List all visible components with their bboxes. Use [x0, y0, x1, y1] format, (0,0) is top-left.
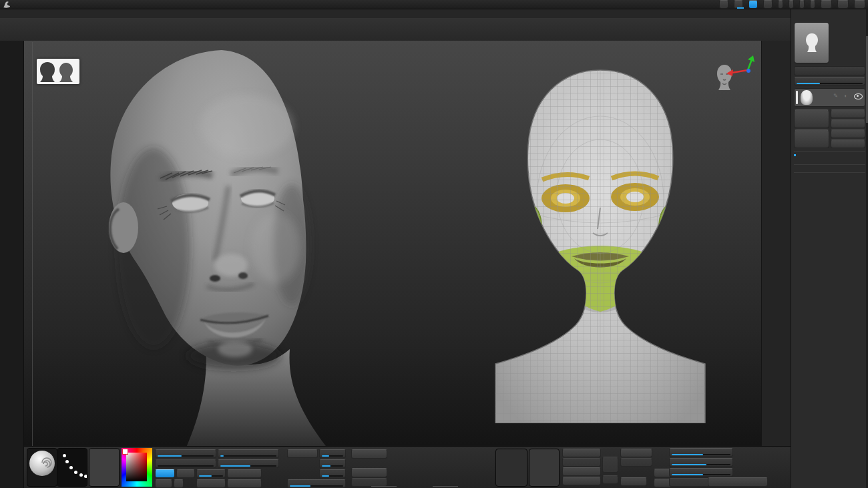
zadd-toggle[interactable]	[155, 469, 175, 478]
del-all-button[interactable]	[831, 140, 865, 148]
z-intensity-slider[interactable]	[155, 449, 216, 458]
projectall-button[interactable]	[287, 449, 318, 458]
export-small-button[interactable]	[602, 475, 618, 484]
tool-thumbnails	[794, 22, 865, 63]
current-color-swatch[interactable]	[122, 449, 128, 455]
left-toolbar	[0, 41, 24, 488]
alpha-off-swatch	[89, 449, 119, 486]
default-zscript-button[interactable]	[763, 0, 773, 9]
bottom-shelf	[24, 446, 791, 488]
tray-left-button[interactable]	[620, 477, 647, 486]
project-section-header[interactable]	[794, 151, 865, 159]
projection-shell-slider[interactable]	[287, 479, 346, 488]
backfacemask-toggle[interactable]	[351, 468, 387, 477]
clear-scene-button[interactable]	[620, 449, 652, 457]
inflate-slider[interactable]	[669, 448, 733, 457]
axis-gizmo[interactable]	[725, 55, 756, 82]
delete-group	[794, 130, 865, 148]
document-edge	[32, 42, 33, 446]
delete-button[interactable]	[794, 130, 829, 148]
document-canvas[interactable]	[24, 41, 761, 446]
brush-grid-scrollbar[interactable]	[371, 485, 458, 488]
top-shelf	[0, 18, 791, 41]
right-tray-toggle-icon[interactable]	[789, 0, 794, 9]
focal-shift-slider[interactable]	[218, 459, 279, 468]
smooth-slider[interactable]	[669, 468, 733, 477]
recent-tools-grid	[831, 22, 865, 63]
alpha-thumbnail[interactable]	[89, 448, 120, 487]
scene-column	[620, 449, 652, 486]
pa-blur-slider[interactable]	[319, 469, 346, 478]
inflate-balloon-slider[interactable]	[669, 458, 733, 467]
imbed-slider[interactable]	[196, 469, 226, 478]
wireframe-head-model[interactable]	[457, 59, 744, 423]
stroke-dots-icon	[57, 449, 87, 486]
close-button[interactable]	[854, 0, 865, 9]
insert-button[interactable]	[831, 119, 865, 128]
texture-on-button[interactable]	[620, 458, 652, 467]
zbrush-window: ✎ ◐	[0, 0, 868, 488]
setup-model-side-button[interactable]	[708, 477, 768, 487]
viewmask-button[interactable]	[196, 479, 226, 488]
selected-indicator	[796, 91, 798, 104]
brush-swirl-icon	[27, 449, 57, 478]
material-strip	[761, 41, 791, 488]
head-tool-icon	[804, 33, 820, 53]
subtool-section-header[interactable]	[794, 66, 865, 75]
quicksave-button[interactable]	[719, 0, 728, 9]
texture-export-button[interactable]	[562, 467, 601, 476]
restore-button[interactable]	[837, 0, 849, 9]
title-bar	[0, 0, 868, 9]
texture-preview-thumbnail[interactable]	[529, 449, 560, 487]
visible-count-slider[interactable]	[794, 77, 865, 85]
sculpt-head-model[interactable]	[33, 41, 407, 446]
del-other-button[interactable]	[831, 130, 865, 138]
dist-slider[interactable]	[319, 449, 346, 458]
zbrush-logo-icon	[3, 1, 11, 9]
texture-thumbnail[interactable]	[495, 449, 527, 487]
rgb-intensity-slider[interactable]	[155, 459, 216, 468]
flip-column	[602, 449, 618, 484]
duplicate-group	[794, 109, 865, 128]
edit-hand-icon[interactable]	[810, 0, 815, 9]
masking-toggles	[351, 449, 387, 487]
append-button[interactable]	[831, 109, 865, 118]
active-tool-thumbnail[interactable]	[794, 22, 829, 63]
zsub-toggle[interactable]	[176, 469, 195, 478]
clear-button[interactable]	[227, 479, 262, 488]
geometry-section-header[interactable]	[794, 164, 865, 172]
array-mesh-section-header[interactable]	[794, 172, 865, 180]
flip-v-icon[interactable]	[602, 457, 618, 473]
duplicate-button[interactable]	[794, 109, 829, 128]
textureraw-button[interactable]	[562, 449, 601, 457]
tool-palette: ✎ ◐	[791, 9, 868, 488]
tool-palette-header[interactable]	[794, 9, 865, 19]
shade-icon[interactable]: ◐	[844, 93, 847, 99]
subtool-thumbnail	[801, 90, 813, 105]
saturation-value-area[interactable]	[126, 453, 147, 481]
texture-import-button[interactable]	[562, 477, 601, 485]
left-tray-toggle-icon[interactable]	[778, 0, 783, 9]
m-toggle[interactable]	[174, 479, 184, 488]
project-shelf-group	[287, 449, 347, 488]
draw-size-slider[interactable]	[218, 449, 279, 458]
subtool-row-active[interactable]: ✎ ◐	[794, 88, 865, 107]
minimize-button[interactable]	[821, 0, 832, 9]
stroke-thumbnail[interactable]	[57, 448, 87, 487]
color-picker[interactable]	[122, 448, 152, 487]
rgb-toggle[interactable]	[155, 479, 172, 488]
paint-icon[interactable]: ✎	[833, 93, 838, 99]
topological-toggle[interactable]	[351, 449, 387, 459]
see-through-slider[interactable]	[734, 0, 743, 9]
reference-thumbnail[interactable]	[37, 59, 79, 84]
reference-heads-icon	[37, 59, 79, 84]
menus-toggle[interactable]	[748, 0, 758, 9]
inverse-button[interactable]	[227, 469, 262, 478]
menu-bar	[0, 9, 796, 19]
project-to-active-button[interactable]	[669, 478, 712, 487]
mean-slider[interactable]	[319, 459, 346, 468]
clone-texture-button[interactable]	[562, 458, 601, 467]
pan-hand-icon[interactable]	[799, 0, 805, 9]
eye-icon[interactable]	[854, 93, 863, 99]
brush-thumbnail[interactable]	[27, 448, 57, 487]
